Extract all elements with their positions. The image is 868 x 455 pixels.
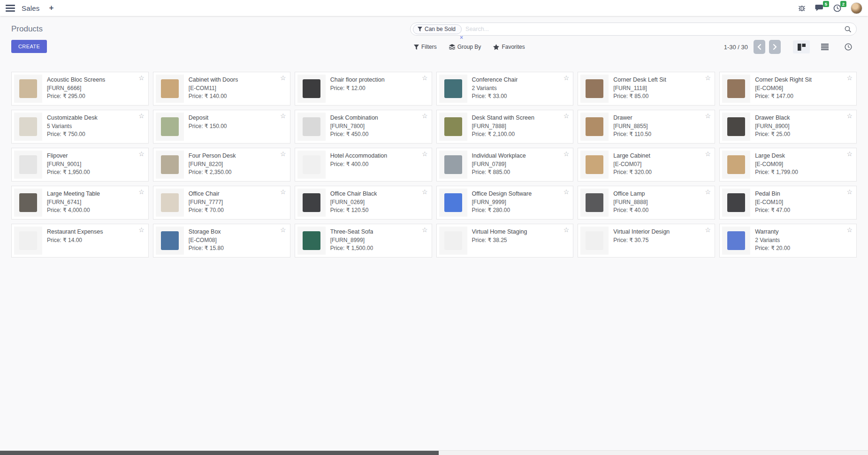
- product-card[interactable]: Conference Chair 2 Variants Price: ₹ 33.…: [436, 72, 574, 106]
- user-avatar[interactable]: [851, 2, 862, 14]
- favorite-star-icon[interactable]: ☆: [563, 112, 570, 120]
- product-image: [722, 151, 750, 179]
- search-input[interactable]: [465, 26, 845, 32]
- product-card[interactable]: Office Chair [FURN_7777] Price: ₹ 70.00 …: [153, 186, 290, 220]
- product-card[interactable]: Office Lamp [FURN_8888] Price: ₹ 40.00 ☆: [578, 186, 715, 220]
- product-card[interactable]: Pedal Bin [E-COM10] Price: ₹ 47.00 ☆: [719, 186, 857, 220]
- product-card[interactable]: Flipover [FURN_9001] Price: ₹ 1,950.00 ☆: [11, 148, 149, 182]
- favorite-star-icon[interactable]: ☆: [280, 150, 286, 158]
- product-code: 2 Variants: [755, 236, 790, 244]
- product-card[interactable]: Corner Desk Left Sit [FURN_1118] Price: …: [578, 72, 715, 106]
- messages-icon[interactable]: 5: [815, 4, 824, 12]
- product-card[interactable]: Large Meeting Table [FURN_6741] Price: ₹…: [11, 186, 149, 220]
- product-card[interactable]: Office Design Software [FURN_9999] Price…: [436, 186, 574, 220]
- favorite-star-icon[interactable]: ☆: [280, 188, 286, 196]
- create-button[interactable]: CREATE: [11, 40, 47, 53]
- product-card[interactable]: Chair floor protection Price: ₹ 12.00 ☆: [295, 72, 432, 106]
- add-tab-icon[interactable]: +: [49, 3, 54, 13]
- favorite-star-icon[interactable]: ☆: [846, 188, 853, 196]
- product-card[interactable]: Four Person Desk [FURN_8220] Price: ₹ 2,…: [153, 148, 290, 182]
- apps-menu-icon[interactable]: [6, 4, 15, 12]
- product-name: Virtual Home Staging: [472, 228, 527, 236]
- product-card[interactable]: Large Desk [E-COM09] Price: ₹ 1,799.00 ☆: [719, 148, 857, 182]
- favorite-star-icon[interactable]: ☆: [422, 226, 428, 234]
- product-card[interactable]: Restaurant Expenses Price: ₹ 14.00 ☆: [11, 224, 149, 258]
- kanban-view-icon[interactable]: [793, 40, 810, 53]
- facet-remove-icon[interactable]: ×: [460, 34, 463, 41]
- product-image: [580, 75, 609, 103]
- favorite-star-icon[interactable]: ☆: [138, 226, 145, 234]
- favorite-star-icon[interactable]: ☆: [422, 112, 428, 120]
- product-card[interactable]: Three-Seat Sofa [FURN_8999] Price: ₹ 1,5…: [295, 224, 432, 258]
- pager-next-button[interactable]: [769, 40, 781, 54]
- favorite-star-icon[interactable]: ☆: [705, 226, 711, 234]
- product-card[interactable]: Desk Combination [FURN_7800] Price: ₹ 45…: [295, 110, 432, 144]
- product-card[interactable]: Individual Workplace [FURN_0789] Price: …: [436, 148, 574, 182]
- favorite-star-icon[interactable]: ☆: [846, 74, 853, 82]
- favorite-star-icon[interactable]: ☆: [422, 150, 428, 158]
- favorite-star-icon[interactable]: ☆: [846, 112, 853, 120]
- product-price: Price: ₹ 38.25: [472, 236, 527, 244]
- product-card[interactable]: Acoustic Bloc Screens [FURN_6666] Price:…: [11, 72, 149, 106]
- product-card[interactable]: Storage Box [E-COM08] Price: ₹ 15.80 ☆: [153, 224, 290, 258]
- activities-icon[interactable]: 2: [833, 4, 841, 12]
- group-by-button[interactable]: Group By: [449, 44, 481, 50]
- favorite-star-icon[interactable]: ☆: [280, 112, 286, 120]
- favorite-star-icon[interactable]: ☆: [280, 226, 286, 234]
- product-card[interactable]: Drawer [FURN_8855] Price: ₹ 110.50 ☆: [578, 110, 715, 144]
- activity-view-icon[interactable]: [840, 40, 857, 53]
- search-bar[interactable]: Can be Sold ×: [410, 23, 857, 36]
- product-card[interactable]: Hotel Accommodation Price: ₹ 400.00 ☆: [295, 148, 432, 182]
- app-menu-sales[interactable]: Sales: [22, 4, 40, 12]
- product-card[interactable]: Warranty 2 Variants Price: ₹ 20.00 ☆: [719, 224, 857, 258]
- debug-bug-icon[interactable]: [798, 4, 806, 12]
- favorite-star-icon[interactable]: ☆: [705, 74, 711, 82]
- product-card[interactable]: Customizable Desk 5 Variants Price: ₹ 75…: [11, 110, 149, 144]
- horizontal-scrollbar[interactable]: [0, 450, 868, 455]
- pager-previous-button[interactable]: [754, 40, 765, 54]
- product-name: Large Cabinet: [613, 152, 652, 160]
- product-card[interactable]: Desk Stand with Screen [FURN_7888] Price…: [436, 110, 574, 144]
- filters-button[interactable]: Filters: [414, 44, 437, 50]
- favorite-star-icon[interactable]: ☆: [563, 74, 570, 82]
- favorite-star-icon[interactable]: ☆: [563, 188, 570, 196]
- product-price: Price: ₹ 750.00: [47, 130, 98, 138]
- favorite-star-icon[interactable]: ☆: [138, 74, 145, 82]
- product-card[interactable]: Virtual Interior Design Price: ₹ 30.75 ☆: [578, 224, 715, 258]
- search-icon[interactable]: [845, 26, 852, 33]
- favorite-star-icon[interactable]: ☆: [280, 74, 286, 82]
- favorite-star-icon[interactable]: ☆: [705, 112, 711, 120]
- list-view-icon[interactable]: [816, 40, 833, 53]
- favorite-star-icon[interactable]: ☆: [138, 150, 145, 158]
- favorite-star-icon[interactable]: ☆: [705, 188, 711, 196]
- product-code: [FURN_9001]: [47, 160, 90, 168]
- favorite-star-icon[interactable]: ☆: [138, 112, 145, 120]
- product-card[interactable]: Virtual Home Staging Price: ₹ 38.25 ☆: [436, 224, 574, 258]
- favorite-star-icon[interactable]: ☆: [138, 188, 145, 196]
- product-code: [E-COM11]: [189, 84, 238, 92]
- product-card[interactable]: Drawer Black [FURN_8900] Price: ₹ 25.00 …: [719, 110, 857, 144]
- product-card[interactable]: Corner Desk Right Sit [E-COM06] Price: ₹…: [719, 72, 857, 106]
- favorite-star-icon[interactable]: ☆: [422, 188, 428, 196]
- product-price: Price: ₹ 85.00: [613, 92, 666, 100]
- product-card[interactable]: Large Cabinet [E-COM07] Price: ₹ 320.00 …: [578, 148, 715, 182]
- funnel-icon: [418, 27, 422, 31]
- scrollbar-thumb[interactable]: [0, 451, 439, 455]
- favorite-star-icon[interactable]: ☆: [422, 74, 428, 82]
- product-price: Price: ₹ 295.00: [47, 92, 105, 100]
- product-card[interactable]: Cabinet with Doors [E-COM11] Price: ₹ 14…: [153, 72, 290, 106]
- product-image: [156, 113, 184, 141]
- favorite-star-icon[interactable]: ☆: [705, 150, 711, 158]
- product-card[interactable]: Deposit Price: ₹ 150.00 ☆: [153, 110, 290, 144]
- favorite-star-icon[interactable]: ☆: [846, 150, 853, 158]
- favorites-star-icon: [493, 44, 499, 50]
- product-card[interactable]: Office Chair Black [FURN_0269] Price: ₹ …: [295, 186, 432, 220]
- product-name: Flipover: [47, 152, 90, 160]
- favorites-button[interactable]: Favorites: [493, 44, 525, 50]
- favorite-star-icon[interactable]: ☆: [563, 150, 570, 158]
- product-image: [439, 227, 467, 255]
- favorite-star-icon[interactable]: ☆: [563, 226, 570, 234]
- favorite-star-icon[interactable]: ☆: [846, 226, 853, 234]
- product-price: Price: ₹ 1,799.00: [755, 168, 798, 176]
- product-name: Drawer Black: [755, 114, 790, 122]
